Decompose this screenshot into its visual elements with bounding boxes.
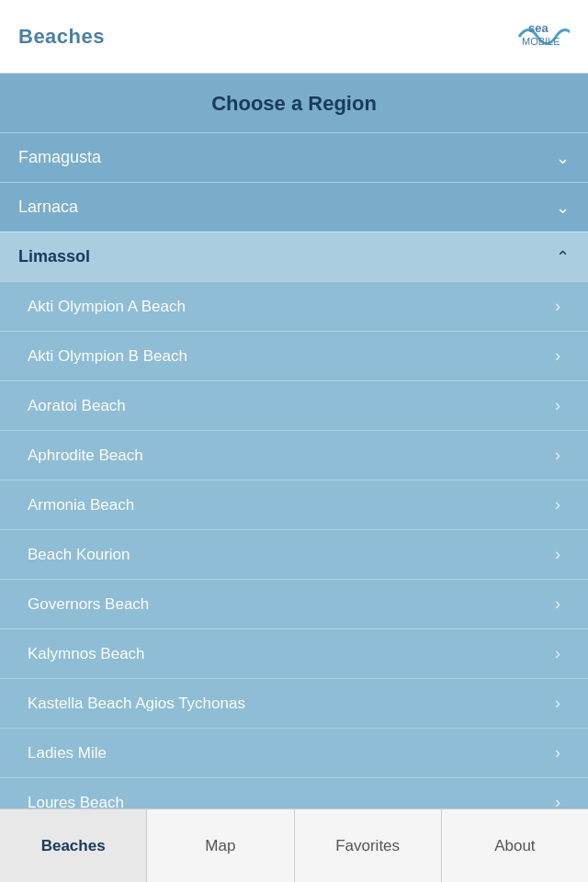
chevron-right-icon: ›	[555, 495, 560, 514]
tab-beaches-label: Beaches	[41, 837, 106, 855]
beach-label-kalymnos: Kalymnos Beach	[28, 645, 145, 663]
beach-label-aphrodite: Aphrodite Beach	[28, 447, 143, 465]
chevron-right-icon: ›	[555, 743, 560, 763]
header: Beaches sea MOBILE	[0, 0, 588, 74]
tab-favorites[interactable]: Favorites	[295, 809, 442, 882]
chevron-up-icon-limassol: ⌃	[556, 247, 570, 267]
beach-item-kastella[interactable]: Kastella Beach Agios Tychonas ›	[0, 678, 588, 728]
tab-favorites-label: Favorites	[335, 837, 400, 855]
beach-label-kastella: Kastella Beach Agios Tychonas	[28, 695, 245, 713]
chevron-right-icon: ›	[555, 396, 560, 415]
tab-map[interactable]: Map	[147, 809, 294, 882]
chevron-down-icon-famagusta: ⌄	[556, 148, 570, 168]
sea-mobile-logo: sea MOBILE	[514, 14, 570, 60]
beach-item-akti-olympion-b[interactable]: Akti Olympion B Beach ›	[0, 331, 588, 380]
svg-text:sea: sea	[528, 21, 548, 35]
tab-bar: Beaches Map Favorites About	[0, 808, 588, 882]
beach-label-ladies-mile: Ladies Mile	[28, 744, 107, 763]
beach-label-governors: Governors Beach	[28, 595, 149, 614]
tab-about[interactable]: About	[442, 809, 588, 882]
header-title: Beaches	[18, 25, 105, 49]
main-content: Choose a Region Famagusta ⌄ Larnaca ⌄ Li…	[0, 74, 588, 808]
svg-text:MOBILE: MOBILE	[522, 36, 560, 47]
page-title: Choose a Region	[0, 74, 588, 132]
chevron-down-icon-larnaca: ⌄	[556, 198, 570, 218]
beach-label-armonia: Armonia Beach	[28, 496, 134, 514]
beach-label-beach-kourion: Beach Kourion	[28, 546, 130, 564]
beach-item-akti-olympion-a[interactable]: Akti Olympion A Beach ›	[0, 281, 588, 331]
beach-label-aoratoi: Aoratoi Beach	[28, 397, 126, 415]
chevron-right-icon: ›	[555, 346, 560, 366]
beach-item-beach-kourion[interactable]: Beach Kourion ›	[0, 529, 588, 579]
beach-item-ladies-mile[interactable]: Ladies Mile ›	[0, 728, 588, 777]
region-item-famagusta[interactable]: Famagusta ⌄	[0, 132, 588, 182]
chevron-right-icon: ›	[555, 446, 560, 465]
beach-label-loures: Loures Beach	[28, 794, 124, 809]
beach-label-akti-olympion-b: Akti Olympion B Beach	[28, 347, 187, 366]
beach-item-aphrodite[interactable]: Aphrodite Beach ›	[0, 430, 588, 480]
tab-beaches[interactable]: Beaches	[0, 809, 147, 882]
chevron-right-icon: ›	[555, 694, 560, 713]
logo: sea MOBILE	[514, 14, 570, 60]
beach-item-governors[interactable]: Governors Beach ›	[0, 579, 588, 628]
chevron-right-icon: ›	[555, 793, 560, 808]
chevron-right-icon: ›	[555, 594, 560, 614]
region-label-famagusta: Famagusta	[18, 148, 101, 167]
beach-item-armonia[interactable]: Armonia Beach ›	[0, 480, 588, 529]
region-label-limassol: Limassol	[18, 247, 90, 266]
chevron-right-icon: ›	[555, 545, 560, 564]
beach-item-aoratoi[interactable]: Aoratoi Beach ›	[0, 380, 588, 430]
beach-item-kalymnos[interactable]: Kalymnos Beach ›	[0, 628, 588, 678]
beach-item-loures[interactable]: Loures Beach ›	[0, 777, 588, 808]
tab-map-label: Map	[205, 837, 235, 855]
region-item-limassol[interactable]: Limassol ⌃	[0, 232, 588, 281]
beach-label-akti-olympion-a: Akti Olympion A Beach	[28, 298, 186, 316]
region-item-larnaca[interactable]: Larnaca ⌄	[0, 182, 588, 232]
tab-about-label: About	[494, 837, 535, 855]
region-label-larnaca: Larnaca	[18, 198, 78, 217]
chevron-right-icon: ›	[555, 644, 560, 663]
chevron-right-icon: ›	[555, 297, 560, 316]
